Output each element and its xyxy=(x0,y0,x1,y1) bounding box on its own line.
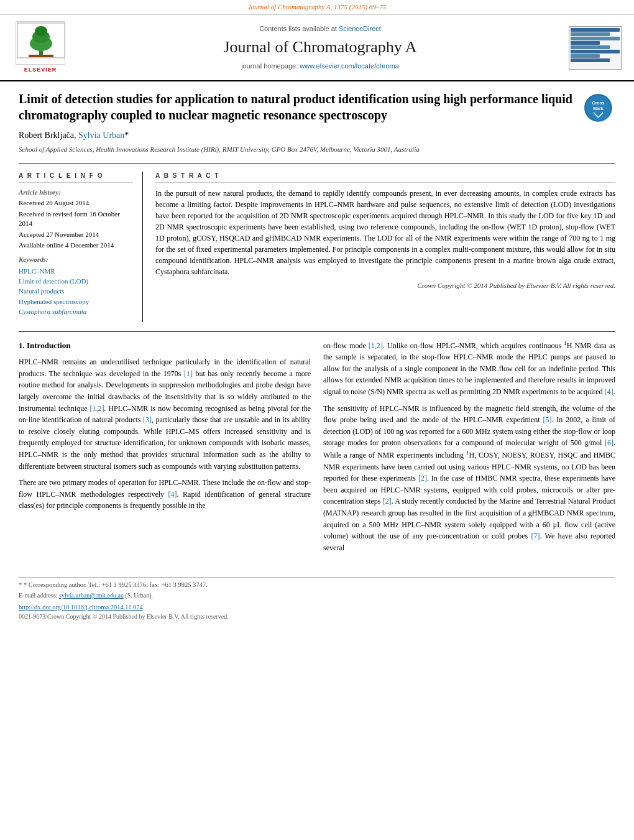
article-info-column: A R T I C L E I N F O Article history: R… xyxy=(19,172,143,322)
keywords-label: Keywords: xyxy=(19,255,133,264)
homepage-link[interactable]: www.elsevier.com/locate/chroma xyxy=(300,62,399,70)
page-wrapper: Journal of Chromatography A, 1375 (2015)… xyxy=(0,0,634,621)
thumb-line-8 xyxy=(571,58,610,62)
keyword-4: Hyphenated spectroscopy xyxy=(19,297,133,307)
thumb-line-3 xyxy=(571,37,620,40)
journal-citation-strip: Journal of Chromatography A, 1375 (2015)… xyxy=(0,0,634,15)
doi-link[interactable]: http://dx.doi.org/10.1016/j.chroma.2014.… xyxy=(19,604,143,611)
journal-header: ELSEVIER Contents lists available at Sci… xyxy=(0,15,634,81)
elsevier-tree-icon xyxy=(16,22,65,59)
journal-citation: Journal of Chromatography A, 1375 (2015)… xyxy=(248,3,387,11)
svg-point-3 xyxy=(35,26,47,36)
article-history: Article history: Received 20 August 2014… xyxy=(19,188,133,250)
keyword-1: HPLC–NMR xyxy=(19,267,133,276)
email-label: E-mail address: xyxy=(19,592,57,599)
received-date: Received 20 August 2014 xyxy=(19,198,133,208)
keyword-3: Natural products xyxy=(19,287,133,296)
keyword-5-italic: Cystaphora subfarcinata xyxy=(19,308,86,315)
thumb-line-1 xyxy=(571,28,620,32)
page-footer: * * Corresponding author. Tel.: +61 3 99… xyxy=(19,577,615,621)
ref-1[interactable]: [1] xyxy=(184,369,193,378)
available-date: Available online 4 December 2014 xyxy=(19,241,133,250)
authors-text: Robert Brkljača, Sylvia Urban* xyxy=(19,131,129,140)
email-note: E-mail address: sylvia.urban@rmit.edu.au… xyxy=(19,591,615,600)
abstract-column: A B S T R A C T In the pursuit of new na… xyxy=(155,172,615,322)
elsevier-logo-box xyxy=(16,21,65,65)
elsevier-logo: ELSEVIER xyxy=(9,21,71,74)
svg-text:Mark: Mark xyxy=(593,106,603,111)
abstract-heading: A B S T R A C T xyxy=(155,172,615,183)
thumb-line-7 xyxy=(571,54,600,58)
author-2[interactable]: Sylvia Urban xyxy=(78,131,124,140)
thumb-line-2 xyxy=(571,32,610,36)
article-content: Limit of detection studies for applicati… xyxy=(0,81,634,571)
sciencedirect-link[interactable]: ScienceDirect xyxy=(339,25,381,32)
crossmark-badge[interactable]: Cross Mark xyxy=(584,94,615,122)
ref-3[interactable]: [3] xyxy=(143,415,152,424)
elsevier-text: ELSEVIER xyxy=(24,66,57,74)
body-two-columns: 1. Introduction HPLC–NMR remains an unde… xyxy=(19,339,615,559)
article-title-section: Limit of detection studies for applicati… xyxy=(19,91,615,123)
doi-line: http://dx.doi.org/10.1016/j.chroma.2014.… xyxy=(19,603,615,612)
email-link[interactable]: sylvia.urban@rmit.edu.au xyxy=(59,592,124,599)
journal-cover-image xyxy=(569,26,622,70)
ref-1-2[interactable]: [1,2] xyxy=(90,404,104,413)
footnote-star: * xyxy=(19,581,24,588)
sciencedirect-prefix: Contents lists available at xyxy=(259,25,337,32)
thumb-line-6 xyxy=(571,50,620,53)
journal-center: Contents lists available at ScienceDirec… xyxy=(71,24,569,71)
journal-title: Journal of Chromatography A xyxy=(78,36,563,58)
section1-label: Introduction xyxy=(27,341,71,350)
article-title: Limit of detection studies for applicati… xyxy=(19,91,578,123)
crossmark-icon: Cross Mark xyxy=(584,94,612,122)
copyright-line: Crown Copyright © 2014 Published by Else… xyxy=(155,281,615,290)
journal-homepage-line: journal homepage: www.elsevier.com/locat… xyxy=(78,62,563,71)
issn-line: 0021-9673/Crown Copyright © 2014 Publish… xyxy=(19,612,615,621)
body-right-para-1: on-flow mode [1,2]. Unlike on-flow HPLC–… xyxy=(323,339,615,398)
intro-para-1: HPLC–NMR remains an underutilised techni… xyxy=(19,356,311,472)
homepage-prefix: journal homepage: xyxy=(241,62,298,70)
keyword-5: Cystaphora subfarcinata xyxy=(19,307,133,316)
email-suffix: (S. Urban). xyxy=(125,592,153,599)
corresponding-text: * Corresponding author. Tel.: +61 3 9925… xyxy=(24,581,208,588)
section1-title: 1. Introduction xyxy=(19,339,311,352)
received-revised-date: Received in revised form 16 October 2014 xyxy=(19,210,133,229)
ref-1-2b[interactable]: [1,2] xyxy=(369,341,383,350)
authors-line: Robert Brkljača, Sylvia Urban* xyxy=(19,129,615,142)
article-info-heading: A R T I C L E I N F O xyxy=(19,172,133,183)
ref-4a[interactable]: [4] xyxy=(168,490,177,499)
ref-2b[interactable]: [2] xyxy=(418,474,427,482)
ref-4b[interactable]: [4] xyxy=(605,387,613,396)
svg-rect-4 xyxy=(29,55,53,57)
affiliation: School of Applied Sciences, Health Innov… xyxy=(19,145,615,154)
journal-thumbnail xyxy=(569,26,625,70)
keyword-2: Limit of detection (LOD) xyxy=(19,277,133,286)
section1-num: 1. xyxy=(19,341,25,350)
body-divider xyxy=(19,331,615,332)
body-column-left: 1. Introduction HPLC–NMR remains an unde… xyxy=(19,339,311,559)
history-label: Article history: xyxy=(19,188,133,197)
ref-2c[interactable]: [2] xyxy=(383,497,392,505)
corresponding-note: * * Corresponding author. Tel.: +61 3 99… xyxy=(19,581,615,590)
thumb-line-4 xyxy=(571,41,600,45)
intro-para-2: There are two primary modes of operation… xyxy=(19,477,311,512)
accepted-date: Accepted 27 November 2014 xyxy=(19,230,133,239)
body-column-right: on-flow mode [1,2]. Unlike on-flow HPLC–… xyxy=(323,339,615,559)
author-star: * xyxy=(124,131,129,140)
author-1: Robert Brkljača, xyxy=(19,131,78,140)
sciencedirect-line: Contents lists available at ScienceDirec… xyxy=(78,24,563,34)
svg-text:Cross: Cross xyxy=(592,101,605,105)
ref-5[interactable]: [5] xyxy=(543,415,551,424)
abstract-text: In the pursuit of new natural products, … xyxy=(155,188,615,277)
body-right-para-2: The sensitivity of HPLC–NMR is influence… xyxy=(323,403,615,554)
keywords-section: Keywords: HPLC–NMR Limit of detection (L… xyxy=(19,255,133,316)
thumb-line-5 xyxy=(571,45,610,49)
ref-7[interactable]: [7] xyxy=(531,532,540,540)
ref-6[interactable]: [6] xyxy=(605,438,613,447)
article-info-abstract-section: A R T I C L E I N F O Article history: R… xyxy=(19,164,615,322)
